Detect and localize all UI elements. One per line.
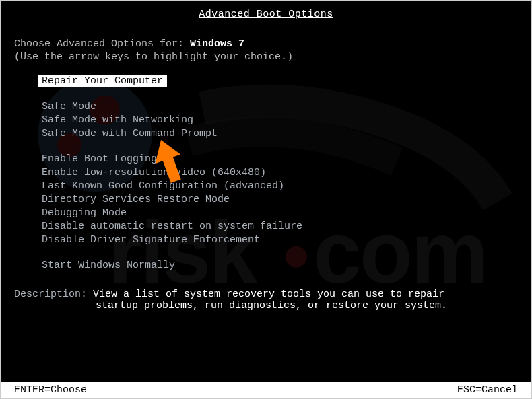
menu-item-low-resolution[interactable]: Enable low-resolution video (640x480) <box>38 166 518 179</box>
boot-menu: Repair Your Computer Safe Mode Safe Mode… <box>14 75 518 272</box>
description-block: Description: View a list of system recov… <box>14 289 518 312</box>
page-title: Advanced Boot Options <box>14 7 518 22</box>
os-name: Windows 7 <box>190 38 244 50</box>
description-text-line2: startup problems, run diagnostics, or re… <box>14 300 518 312</box>
menu-item-safe-mode-networking[interactable]: Safe Mode with Networking <box>38 114 518 126</box>
instruction-text: Choose Advanced Options for: Windows 7 <box>14 38 518 50</box>
menu-item-safe-mode-command-prompt[interactable]: Safe Mode with Command Prompt <box>38 127 518 140</box>
hint-text: (Use the arrow keys to highlight your ch… <box>14 51 518 63</box>
menu-item-last-known-good[interactable]: Last Known Good Configuration (advanced) <box>38 180 518 192</box>
description-text-line1: View a list of system recovery tools you… <box>93 289 444 300</box>
footer-esc: ESC=Cancel <box>457 384 518 396</box>
footer-enter: ENTER=Choose <box>14 384 87 396</box>
menu-item-directory-services[interactable]: Directory Services Restore Mode <box>38 193 518 206</box>
menu-item-disable-auto-restart[interactable]: Disable automatic restart on system fail… <box>38 220 518 233</box>
menu-item-disable-driver-signature[interactable]: Disable Driver Signature Enforcement <box>38 233 518 246</box>
menu-item-start-normally[interactable]: Start Windows Normally <box>38 259 518 272</box>
menu-item-boot-logging[interactable]: Enable Boot Logging <box>38 153 518 166</box>
menu-item-debugging-mode[interactable]: Debugging Mode <box>38 207 518 219</box>
footer-bar: ENTER=Choose ESC=Cancel <box>1 382 531 398</box>
menu-item-repair-computer[interactable]: Repair Your Computer <box>38 75 167 87</box>
description-label: Description: <box>14 289 93 300</box>
menu-item-safe-mode[interactable]: Safe Mode <box>38 100 518 113</box>
